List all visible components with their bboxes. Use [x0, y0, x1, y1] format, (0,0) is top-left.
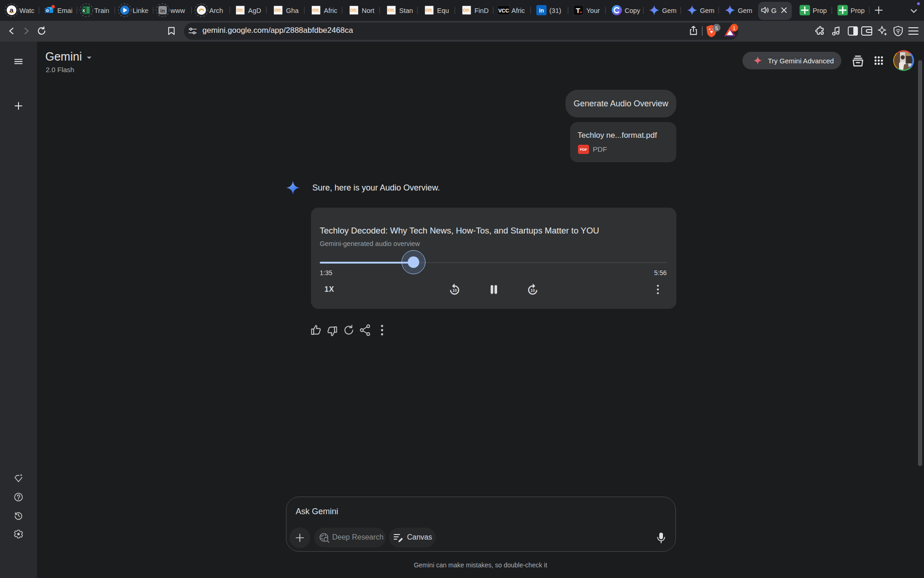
svg-text:in: in — [539, 7, 544, 14]
svg-text:T: T — [576, 6, 580, 14]
svg-text:10: 10 — [452, 288, 457, 293]
svg-text:o: o — [46, 8, 49, 13]
svg-text:X: X — [82, 8, 85, 13]
svg-text:10: 10 — [530, 288, 535, 293]
svg-text:VCC: VCC — [498, 8, 509, 13]
svg-text:in: in — [160, 8, 165, 13]
